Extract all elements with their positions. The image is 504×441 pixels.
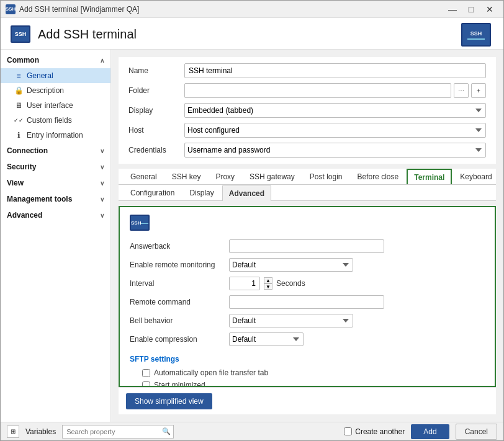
folder-row: Folder ⋯ + — [128, 83, 486, 98]
chevron-down-icon-connection: ∨ — [100, 148, 104, 154]
enable-compression-label: Enable compression — [130, 335, 229, 344]
main-panel: Name Folder ⋯ + Display Embedded (tabbed… — [111, 50, 503, 422]
sidebar-item-label-ui: User interface — [27, 101, 73, 110]
subtab-display[interactable]: Display — [182, 185, 220, 200]
sidebar-section-header-connection[interactable]: Connection ∨ — [1, 143, 110, 159]
advanced-header: SSH — [130, 215, 485, 231]
search-input[interactable] — [63, 428, 160, 435]
display-select[interactable]: Embedded (tabbed) External window — [184, 103, 486, 118]
remote-command-row: Remote command — [130, 295, 485, 309]
chevron-down-icon-advanced: ∨ — [100, 212, 104, 219]
titlebar-left: SSH Add SSH terminal [Windjammer QA] — [6, 4, 139, 14]
auto-open-label: Automatically open file transfer tab — [154, 368, 268, 377]
cancel-button[interactable]: Cancel — [456, 424, 497, 440]
tab-terminal[interactable]: Terminal — [407, 169, 452, 185]
enable-compression-select[interactable]: Default Enabled Disabled — [229, 332, 304, 346]
tabs-container: General SSH key Proxy SSH gateway Post l… — [119, 169, 496, 201]
credentials-select[interactable]: Username and password Private key — [184, 143, 486, 158]
bell-behavior-label: Bell behavior — [130, 316, 229, 325]
enable-compression-row: Enable compression Default Enabled Disab… — [130, 332, 485, 346]
auto-open-row: Automatically open file transfer tab — [130, 368, 485, 377]
sidebar-section-advanced: Advanced ∨ — [1, 207, 110, 223]
chevron-down-icon-security: ∨ — [100, 164, 104, 171]
folder-menu-button[interactable]: ⋯ — [454, 83, 469, 98]
main-header: SSH Add SSH terminal SSH — [1, 18, 503, 50]
answerback-input[interactable] — [229, 239, 384, 253]
start-minimized-checkbox[interactable] — [142, 381, 150, 388]
interval-input[interactable] — [229, 277, 260, 290]
chevron-down-icon-view: ∨ — [100, 180, 104, 187]
sidebar-item-general[interactable]: ≡ General — [1, 68, 110, 83]
sidebar-section-header-advanced[interactable]: Advanced ∨ — [1, 207, 110, 223]
close-button[interactable]: ✕ — [481, 3, 498, 16]
bell-behavior-row: Bell behavior Default Visual None — [130, 314, 485, 327]
variables-label: Variables — [25, 427, 56, 436]
tab-ssh-gateway[interactable]: SSH gateway — [243, 169, 302, 184]
sidebar-section-header-mgmt[interactable]: Management tools ∨ — [1, 191, 110, 207]
add-button[interactable]: Add — [411, 424, 449, 439]
host-label: Host — [128, 126, 184, 135]
grid-icon[interactable]: ⊞ — [7, 425, 19, 438]
sidebar-item-label-general: General — [27, 71, 53, 80]
enable-remote-label: Enable remote monitoring — [130, 261, 229, 269]
sidebar-item-label-custom: Custom fields — [27, 116, 72, 125]
sidebar-section-mgmt: Management tools ∨ — [1, 191, 110, 207]
minimize-button[interactable]: — — [444, 3, 461, 16]
sidebar-item-user-interface[interactable]: 🖥 User interface — [1, 98, 110, 113]
auto-open-checkbox[interactable] — [142, 369, 150, 377]
sidebar-section-view: View ∨ — [1, 175, 110, 191]
sidebar-section-header-security[interactable]: Security ∨ — [1, 159, 110, 175]
answerback-label: Answerback — [130, 242, 229, 251]
sidebar-item-label-description: Description — [27, 86, 64, 95]
create-another-checkbox[interactable] — [344, 427, 352, 435]
advanced-panel: SSH Answerback Enable remote monitoring … — [119, 206, 496, 387]
tab-proxy[interactable]: Proxy — [209, 169, 241, 184]
sidebar-item-custom-fields[interactable]: ✓✓ Custom fields — [1, 113, 110, 128]
form-section: Name Folder ⋯ + Display Embedded (tabbed… — [119, 57, 496, 164]
enable-remote-select[interactable]: Default Enabled Disabled — [229, 258, 353, 272]
sidebar-section-label-connection: Connection — [7, 146, 48, 155]
display-label: Display — [128, 106, 184, 115]
name-row: Name — [128, 63, 486, 78]
sidebar-item-label-entry: Entry information — [27, 131, 83, 140]
sidebar-section-common: Common ∧ ≡ General 🔒 Description 🖥 User … — [1, 52, 110, 143]
interval-up-button[interactable]: ▲ — [264, 277, 272, 283]
tab-general[interactable]: General — [124, 169, 164, 184]
tab-ssh-key[interactable]: SSH key — [165, 169, 208, 184]
tab-before-close[interactable]: Before close — [350, 169, 405, 184]
sidebar-section-header-view[interactable]: View ∨ — [1, 175, 110, 191]
description-icon: 🔒 — [14, 86, 23, 95]
sidebar-item-entry-info[interactable]: ℹ Entry information — [1, 128, 110, 143]
sidebar: Common ∧ ≡ General 🔒 Description 🖥 User … — [1, 50, 111, 422]
ui-icon: 🖥 — [14, 101, 23, 110]
interval-unit: Seconds — [276, 279, 305, 288]
adv-logo: SSH — [130, 215, 150, 231]
bell-behavior-select[interactable]: Default Visual None — [229, 314, 353, 327]
start-minimized-row: Start minimized — [130, 381, 485, 387]
page-title: Add SSH terminal — [38, 27, 137, 42]
name-label: Name — [128, 66, 184, 75]
restore-button[interactable]: □ — [462, 3, 480, 16]
sidebar-item-description[interactable]: 🔒 Description — [1, 83, 110, 98]
folder-input[interactable] — [184, 83, 451, 98]
ssh-badge-line — [467, 38, 485, 40]
tab-keyboard[interactable]: Keyboard — [453, 169, 496, 184]
enable-remote-row: Enable remote monitoring Default Enabled… — [130, 258, 485, 272]
sftp-section-title: SFTP settings — [130, 355, 485, 363]
interval-spinner: ▲ ▼ Seconds — [229, 277, 305, 290]
chevron-down-icon-mgmt: ∨ — [100, 196, 104, 203]
general-icon: ≡ — [14, 71, 23, 80]
tab-post-login[interactable]: Post login — [303, 169, 349, 184]
host-select[interactable]: Host configured Prompt on connect — [184, 123, 486, 138]
folder-add-button[interactable]: + — [471, 83, 486, 98]
simplified-view-button[interactable]: Show simplified view — [126, 393, 212, 409]
remote-command-input[interactable] — [229, 295, 384, 309]
interval-down-button[interactable]: ▼ — [264, 283, 272, 290]
credentials-row: Credentials Username and password Privat… — [128, 143, 486, 158]
sidebar-section-header-common[interactable]: Common ∧ — [1, 52, 110, 68]
subtab-advanced[interactable]: Advanced — [222, 185, 271, 201]
window: SSH Add SSH terminal [Windjammer QA] — □… — [0, 0, 504, 441]
name-input[interactable] — [184, 63, 486, 78]
search-box: 🔍 — [62, 425, 174, 439]
subtab-configuration[interactable]: Configuration — [124, 185, 181, 200]
